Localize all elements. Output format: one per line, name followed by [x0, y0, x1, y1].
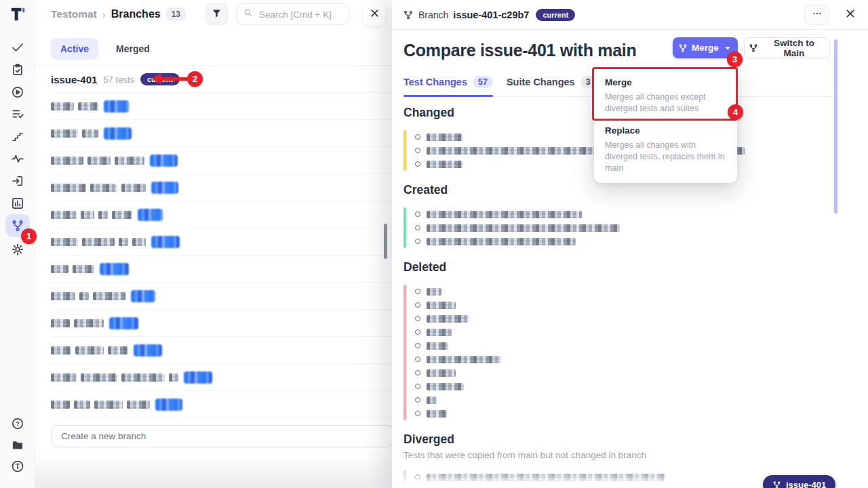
item-circle-icon [415, 239, 420, 244]
sidebar-item-suites[interactable] [7, 59, 28, 81]
test-item-redacted[interactable] [415, 339, 763, 352]
create-branch-input[interactable] [60, 430, 384, 442]
test-item-redacted[interactable] [415, 393, 763, 407]
sidebar-item-steps[interactable] [7, 125, 28, 147]
section-diverged: DivergedTests that were copied from main… [403, 432, 763, 488]
branch-row-redacted[interactable] [35, 174, 392, 201]
item-circle-icon [415, 329, 420, 335]
test-item-redacted[interactable] [415, 207, 763, 221]
redacted-text [427, 238, 576, 245]
tab-active[interactable]: Active [51, 38, 98, 60]
section-color-bar [403, 207, 406, 248]
branch-row-redacted[interactable] [35, 337, 392, 364]
drawer-scrollbar[interactable] [834, 39, 837, 214]
play-circle-icon [11, 85, 24, 99]
test-item-redacted[interactable] [415, 380, 763, 393]
redacted-text [51, 265, 68, 273]
item-circle-icon [415, 411, 420, 416]
branch-row-current[interactable]: issue-401 57 tests current [35, 66, 392, 93]
branch-row-redacted[interactable] [35, 310, 392, 337]
sidebar-item-pulse[interactable] [7, 148, 28, 169]
redacted-text [98, 211, 108, 219]
test-item-redacted[interactable] [415, 484, 763, 488]
item-circle-icon [415, 384, 420, 389]
sidebar: ?T [0, 0, 35, 488]
close-icon [370, 8, 380, 21]
test-item-redacted[interactable] [415, 235, 763, 248]
redacted-text [427, 211, 582, 218]
sidebar-item-help[interactable]: ? [7, 413, 28, 434]
test-item-redacted[interactable] [415, 312, 763, 325]
item-circle-icon [415, 148, 420, 153]
redacted-text [427, 369, 456, 377]
branch-icon [403, 9, 414, 20]
test-item-redacted[interactable] [415, 285, 763, 298]
redacted-text [427, 134, 462, 141]
test-item-redacted[interactable] [415, 325, 763, 339]
test-item-redacted[interactable] [415, 352, 763, 366]
sidebar-item-plans[interactable] [7, 103, 28, 125]
redacted-text [78, 102, 98, 110]
redacted-badge [184, 371, 212, 384]
switch-to-main-button[interactable]: Switch to Main [744, 37, 830, 58]
floating-badge-label: issue-401 [786, 480, 826, 488]
test-item-redacted[interactable] [415, 470, 763, 484]
dropdown-option-merge[interactable]: Merge Merges all changes except diverged… [605, 77, 726, 115]
filter-button[interactable] [205, 3, 228, 25]
redacted-text [73, 265, 94, 273]
more-options-button[interactable] [804, 5, 829, 25]
redacted-text [93, 292, 125, 300]
annotation-step-2: 2 [187, 71, 203, 87]
branch-row-redacted[interactable] [35, 228, 392, 256]
search-input[interactable] [258, 9, 342, 20]
branch-row-redacted[interactable] [35, 364, 392, 391]
redacted-text [121, 373, 165, 382]
current-branch-floating-badge[interactable]: issue-401 [763, 475, 835, 488]
branch-filter-tabs: Active Merged [51, 38, 159, 60]
list-check-icon [11, 107, 24, 121]
panel-close-button[interactable] [363, 3, 386, 26]
option-title: Merge [605, 77, 726, 87]
branch-list: issue-401 57 tests current [35, 65, 392, 418]
item-circle-icon [415, 370, 420, 375]
svg-text:T: T [16, 463, 20, 470]
option-title: Replace [605, 125, 726, 136]
clipboard-check-icon [11, 63, 24, 77]
sidebar-item-runs[interactable] [7, 81, 28, 103]
compare-title: Compare issue-401 with main [403, 41, 636, 60]
annotation-step-1: 1 [21, 228, 37, 244]
gear-icon [11, 243, 24, 256]
panel-scrollbar[interactable] [384, 224, 387, 259]
dropdown-option-replace[interactable]: Replace Merges all changes with diverged… [605, 125, 726, 174]
sidebar-item-projects[interactable] [7, 434, 28, 456]
sidebar-item-account[interactable]: T [7, 455, 28, 477]
branch-row-redacted[interactable] [35, 391, 392, 418]
testomat-logo-icon[interactable] [0, 5, 35, 23]
branch-icon [749, 43, 758, 53]
redacted-text [427, 315, 469, 323]
branch-row-redacted[interactable] [35, 256, 392, 283]
tab-suite-changes[interactable]: Suite Changes 3 [507, 75, 596, 89]
sidebar-item-analytics[interactable] [7, 192, 28, 214]
breadcrumb-project[interactable]: Testomat [51, 8, 97, 20]
branch-row-redacted[interactable] [35, 120, 392, 147]
redacted-text [75, 346, 104, 354]
redacted-badge [104, 127, 132, 140]
redacted-text [87, 157, 111, 165]
branch-row-redacted[interactable] [35, 283, 392, 310]
section-item-list [403, 469, 763, 488]
sidebar-item-tests[interactable] [7, 37, 28, 58]
tab-test-changes[interactable]: Test Changes 57 [403, 75, 493, 89]
branch-row-redacted[interactable] [35, 201, 392, 228]
test-item-redacted[interactable] [415, 298, 763, 312]
item-circle-icon [415, 289, 420, 294]
test-item-redacted[interactable] [415, 366, 763, 380]
drawer-close-button[interactable] [844, 8, 857, 22]
branch-row-redacted[interactable] [35, 93, 392, 120]
sidebar-item-import[interactable] [7, 170, 28, 192]
test-item-redacted[interactable] [415, 407, 763, 420]
redacted-text [51, 102, 74, 110]
tab-merged[interactable]: Merged [106, 38, 159, 60]
test-item-redacted[interactable] [415, 221, 763, 235]
branch-row-redacted[interactable] [35, 147, 392, 174]
